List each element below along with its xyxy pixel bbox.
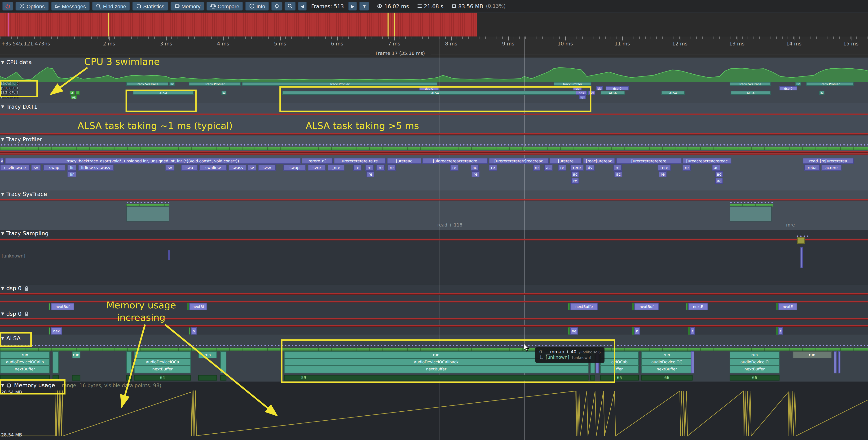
collapse-icon[interactable]: ▼ [1, 286, 4, 291]
alsa-nextbuffer-zone[interactable]: nextBuffer [641, 365, 693, 373]
sample-zone[interactable]: swap [283, 165, 306, 171]
sample-zone[interactable]: [uloreacrereacrereacre [422, 158, 488, 164]
cpu-zone[interactable]: od [588, 91, 595, 95]
sample-zone[interactable]: rerere_n[ [302, 158, 333, 164]
sample-zone[interactable]: re [388, 165, 396, 171]
dsp-pre-zone[interactable] [686, 303, 687, 310]
sample-zone[interactable]: svsv [258, 165, 276, 171]
cpu-zone[interactable]: A [70, 91, 75, 95]
alsa-run-zone[interactable]: run [72, 351, 80, 358]
dsp-nextbuffer-zone[interactable]: nex [51, 327, 62, 334]
buffer-count-bar[interactable]: 66 [730, 375, 779, 380]
dsp-pre-zone[interactable] [568, 327, 570, 334]
alsa-nextbuffer-zone[interactable]: nextBuffer [0, 365, 50, 373]
sample-zone[interactable]: re [489, 165, 497, 171]
cpu-zone[interactable]: AL [71, 95, 77, 99]
sample-zone[interactable]: re [367, 171, 374, 177]
collapse-icon[interactable]: ▼ [1, 105, 4, 109]
sample-zone[interactable]: ac [614, 171, 622, 177]
sample-zone[interactable]: swap [43, 165, 65, 171]
buffer-count-bar[interactable]: 65 [600, 375, 639, 380]
sample-zone[interactable]: urererererere re re [334, 158, 386, 164]
dsp-nextbuffer-zone[interactable]: nextE [688, 303, 708, 310]
buffer-count-bar[interactable]: 66 [641, 375, 693, 380]
collapse-icon[interactable]: ▼ [1, 137, 4, 142]
sample-zone[interactable]: reba [804, 165, 820, 171]
cpu-zone[interactable]: dsp 0 [606, 86, 629, 90]
sample-zone[interactable]: re [683, 165, 691, 171]
alsa-nextbuffer-zone[interactable]: nextBuffer [730, 365, 779, 373]
sample-zone[interactable]: re [365, 165, 374, 171]
section-header-cpu-data[interactable]: ▼CPU data [1, 59, 32, 65]
alsa-run-zone[interactable] [600, 351, 639, 358]
alsa-callback-zone[interactable]: audioDeviceIOCa [134, 358, 191, 365]
cpu-zone[interactable] [76, 91, 80, 95]
cpu-zone[interactable]: ALSA [661, 91, 685, 95]
sample-zone[interactable]: sv [31, 165, 41, 171]
context-switch-bar[interactable] [0, 348, 868, 351]
dsp-pre-zone[interactable] [49, 303, 51, 310]
collapse-icon[interactable]: ▼ [1, 383, 4, 387]
buffer-count-bar[interactable]: 59 [284, 375, 588, 380]
cpu-zone[interactable]: Tracy SysTrace [126, 82, 168, 86]
collapse-icon[interactable]: ▼ [1, 192, 4, 197]
sample-zone[interactable]: re [659, 171, 667, 177]
alsa-run-zone[interactable]: run [641, 351, 693, 358]
sample-zone[interactable]: [urereac [387, 158, 421, 164]
alsa-zone-column[interactable] [53, 351, 59, 374]
cpu-zone[interactable]: ALSA [282, 91, 588, 95]
alsa-nextbuffer-zone[interactable]: nextBuffer [134, 365, 191, 373]
alsa-run-zone[interactable]: run [730, 351, 779, 358]
cpu-zone[interactable]: d [579, 95, 586, 99]
ghost-sample-dots[interactable] [126, 201, 169, 204]
dsp-nextbuffer-zone[interactable]: n [191, 327, 196, 334]
sample-zone[interactable]: acrere [822, 165, 841, 171]
sample-zone[interactable]: lir [67, 165, 76, 171]
sample-zone[interactable]: lirlirsv svswasv [78, 165, 114, 171]
alsa-callback-zone[interactable]: audioDeviceIOC [641, 358, 693, 365]
sample-zone[interactable]: [urerererereretr]reacreac [489, 158, 549, 164]
buffer-count-bar[interactable]: 64 [134, 375, 191, 380]
sampling-mark[interactable] [801, 247, 803, 268]
alsa-nextbuffer-zone[interactable]: nextBuffer [284, 365, 588, 373]
sample-zone[interactable]: dv [586, 165, 594, 171]
collapse-icon[interactable]: ▼ [1, 231, 4, 236]
dsp-nextbuffer-zone[interactable]: r [690, 327, 695, 334]
sample-zone[interactable]: sv [247, 165, 256, 171]
section-header-dsp-0[interactable]: ▼dsp 0 [1, 311, 29, 317]
dsp-pre-zone[interactable] [632, 303, 634, 310]
dsp-nextbuffer-zone[interactable]: r [778, 327, 783, 334]
cpu-zone[interactable]: Tracy Profiler [189, 82, 241, 86]
cpu-zone[interactable]: dsp 0 [419, 86, 439, 90]
collapse-icon[interactable]: ▼ [1, 60, 4, 65]
sample-zone[interactable]: re [353, 165, 362, 171]
section-header-tracy-profiler[interactable]: ▼Tracy Profiler [1, 136, 42, 143]
cpu-zone[interactable]: ALSA [133, 91, 194, 95]
dsp-nextbuffer-zone[interactable]: nextBuf [634, 303, 659, 310]
sample-zone[interactable]: swalirsv [199, 165, 227, 171]
buffer-count-bar[interactable] [590, 375, 595, 380]
ghost-sample-dots[interactable] [0, 344, 868, 347]
dsp-pre-zone[interactable] [187, 303, 189, 310]
alsa-run-zone[interactable]: run [0, 351, 50, 358]
alsa-callback-zone[interactable]: ceIOCab [600, 358, 639, 365]
sample-zone[interactable]: re [614, 165, 622, 171]
sample-zone[interactable]: ac [715, 178, 723, 184]
dsp-nextbuffer-zone[interactable]: nextBuf [51, 303, 74, 310]
buffer-count-bar[interactable] [126, 375, 132, 380]
sample-zone[interactable]: esvlirswa e [0, 165, 30, 171]
sample-zone[interactable]: sv [165, 165, 174, 171]
alsa-run-zone[interactable]: run [198, 351, 217, 358]
collapse-icon[interactable]: ▼ [1, 312, 4, 316]
sample-zone[interactable]: _nre [328, 165, 344, 171]
ghost-sample-dots[interactable] [730, 201, 773, 204]
dsp-pre-zone[interactable] [632, 327, 634, 334]
cpu-usage-graph[interactable] [0, 66, 868, 82]
alsa-misc-zone[interactable] [691, 351, 694, 374]
cpu-zone[interactable]: A [819, 91, 824, 95]
collapse-icon[interactable]: ▼ [1, 336, 4, 340]
buffer-count-bar[interactable] [220, 375, 226, 380]
dsp-pre-zone[interactable] [568, 303, 570, 310]
cpu-zone[interactable]: Tracy Profiler [806, 82, 854, 86]
alsa-misc-zone[interactable] [838, 351, 840, 374]
